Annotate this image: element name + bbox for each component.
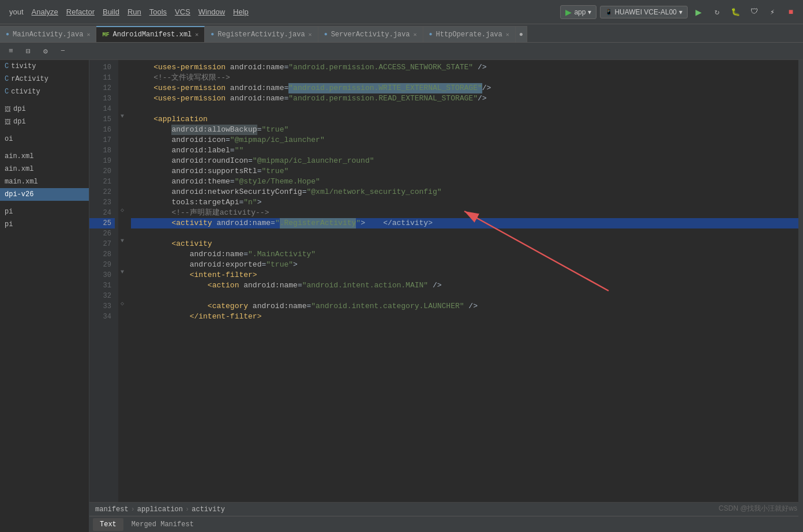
code-line-10: <uses-permission android:name="android.p…: [131, 62, 798, 73]
code-line-22: android:networkSecurityConfig="@xml/netw…: [131, 187, 798, 197]
code-line-23: tools:targetApi="n">: [131, 197, 798, 208]
tab-main-activity[interactable]: ● MainActivity.java ✕: [0, 26, 96, 42]
code-line-19: android:roundIcon="@mipmap/ic_launcher_r…: [131, 156, 798, 166]
main-content: C tivity C rActivity C ctivity 🖼 dpi 🖼 d…: [0, 60, 803, 532]
code-line-18: android:label="": [131, 145, 798, 156]
fold-marker-30[interactable]: ▼: [121, 269, 124, 275]
code-content[interactable]: <uses-permission android:name="android.p…: [131, 60, 798, 502]
code-line-12: <uses-permission android:name="android.p…: [131, 83, 798, 93]
sidebar-item-activity[interactable]: C tivity: [0, 60, 89, 73]
code-line-31: <action android:name="android.intent.act…: [131, 280, 798, 291]
code-line-26: [131, 228, 798, 239]
run-button[interactable]: ▶: [691, 5, 706, 20]
code-line-32: [131, 291, 798, 301]
vertical-scrollbar[interactable]: [798, 60, 803, 532]
code-line-29: android:exported="true">: [131, 260, 798, 270]
tab-register-activity[interactable]: ● RegisterActivity.java ✕: [205, 26, 318, 42]
sidebar-item-dpi-v26[interactable]: dpi-v26: [0, 188, 89, 201]
settings-btn[interactable]: ⚙: [38, 44, 53, 59]
bottom-tab-bar: Text Merged Manifest: [89, 516, 798, 532]
coverage-button[interactable]: 🛡: [746, 5, 761, 20]
sync-button[interactable]: ↻: [710, 5, 725, 20]
fold-marker-27[interactable]: ▼: [121, 238, 124, 244]
menu-analyze[interactable]: Analyze: [32, 8, 58, 16]
tab-icon-main: ●: [6, 31, 9, 38]
fold-marker-34[interactable]: ◇: [121, 300, 124, 307]
editor-area: 10 11 12 13 14 15 16 17 18 19 20 21 22 2…: [89, 60, 798, 532]
tab-icon-server: ●: [324, 31, 328, 38]
breadcrumb-application[interactable]: application: [137, 505, 183, 514]
file-icon: C: [5, 88, 9, 96]
code-line-13: <uses-permission android:name="android.p…: [131, 93, 798, 104]
close-icon[interactable]: ✕: [87, 31, 90, 38]
tab-icon-register: ●: [211, 31, 214, 38]
sidebar-item-dpi2[interactable]: 🖼 dpi: [0, 115, 89, 128]
breadcrumb-sep-1: ›: [131, 505, 135, 514]
tab-http-operate[interactable]: ● HttpOperate.java ✕: [423, 26, 516, 42]
menu-run[interactable]: Run: [127, 8, 141, 16]
breadcrumb-manifest[interactable]: manifest: [95, 505, 129, 514]
code-line-17: android:icon="@mipmap/ic_launcher": [131, 135, 798, 145]
code-line-20: android:supportsRtl="true": [131, 166, 798, 177]
minus-btn[interactable]: −: [55, 44, 70, 59]
close-icon-register[interactable]: ✕: [309, 31, 312, 38]
tab-bar: ● MainActivity.java ✕ MF AndroidManifest…: [0, 24, 803, 43]
top-toolbar: yout Analyze Refactor Build Run Tools VC…: [0, 0, 803, 24]
layout-label: yout: [5, 5, 28, 18]
sidebar-item-pi1[interactable]: pi: [0, 205, 89, 218]
close-icon-server[interactable]: ✕: [413, 31, 416, 38]
breadcrumb-bar: manifest › application › activity: [89, 502, 798, 516]
collapse-all-btn[interactable]: ⊟: [21, 44, 36, 59]
sidebar-item-main-xml[interactable]: main.xml: [0, 175, 89, 188]
code-line-27: <activity: [131, 239, 798, 249]
breadcrumb-activity[interactable]: activity: [192, 505, 225, 514]
code-line-16: android:allowBackup="true": [131, 125, 798, 135]
close-icon-http[interactable]: ✕: [506, 31, 509, 38]
image-icon: 🖼: [5, 106, 11, 113]
menu-window[interactable]: Window: [198, 8, 225, 16]
stop-button[interactable]: ■: [783, 5, 798, 20]
file-icon: C: [5, 62, 9, 70]
code-editor: 10 11 12 13 14 15 16 17 18 19 20 21 22 2…: [89, 60, 798, 502]
sidebar-item-dpi1[interactable]: 🖼 dpi: [0, 103, 89, 115]
line-numbers: 10 11 12 13 14 15 16 17 18 19 20 21 22 2…: [89, 60, 118, 502]
code-line-25: <activity android:name=".RegisterActivit…: [131, 218, 798, 228]
tab-icon-manifest: MF: [102, 32, 109, 38]
file-icon: C: [5, 75, 9, 83]
sidebar: C tivity C rActivity C ctivity 🖼 dpi 🖼 d…: [0, 60, 89, 532]
more-tabs[interactable]: ●: [516, 26, 527, 42]
code-line-34: </intent-filter>: [131, 312, 798, 322]
fold-gutter: ▼ ◇ ▼ ▼ ◇: [118, 60, 131, 502]
sidebar-item-oi[interactable]: oi: [0, 133, 89, 145]
menu-build[interactable]: Build: [103, 8, 119, 16]
sidebar-item-pi2[interactable]: pi: [0, 218, 89, 231]
menu-tools[interactable]: Tools: [149, 8, 167, 16]
tab-android-manifest[interactable]: MF AndroidManifest.xml ✕: [96, 26, 205, 42]
menu-refactor[interactable]: Refactor: [66, 8, 95, 16]
tab-text[interactable]: Text: [93, 518, 123, 531]
code-line-33: <category android:name="android.intent.c…: [131, 301, 798, 312]
tab-merged-manifest[interactable]: Merged Manifest: [125, 518, 201, 531]
fold-marker-15[interactable]: ▼: [121, 113, 124, 119]
sidebar-item-ain-xml2[interactable]: ain.xml: [0, 163, 89, 175]
expand-all-btn[interactable]: ≡: [3, 44, 18, 59]
fold-marker-25[interactable]: ◇: [121, 207, 124, 213]
tab-server-activity[interactable]: ● ServerActivity.java ✕: [318, 26, 423, 42]
device-selector[interactable]: 📱 HUAWEI VCE-AL00 ▾: [600, 6, 688, 18]
profile-button[interactable]: ⚡: [765, 5, 780, 20]
debug-button[interactable]: 🐛: [728, 5, 743, 20]
menu-vcs[interactable]: VCS: [175, 8, 190, 16]
code-line-28: android:name=".MainActivity": [131, 249, 798, 260]
code-line-14: [131, 104, 798, 114]
sidebar-item-r-activity[interactable]: C rActivity: [0, 73, 89, 85]
image-icon-2: 🖼: [5, 118, 11, 126]
menu-help[interactable]: Help: [233, 8, 249, 16]
code-line-11: <!--文件读写权限-->: [131, 73, 798, 83]
sidebar-item-c-activity[interactable]: C ctivity: [0, 85, 89, 98]
code-line-21: android:theme="@style/Theme.Hope": [131, 177, 798, 187]
run-config-selector[interactable]: ▶ app ▾: [560, 5, 596, 19]
breadcrumb-sep-2: ›: [185, 505, 189, 514]
sidebar-item-ain-xml[interactable]: ain.xml: [0, 150, 89, 163]
close-icon-manifest[interactable]: ✕: [195, 31, 198, 38]
tab-icon-http: ●: [429, 31, 433, 38]
